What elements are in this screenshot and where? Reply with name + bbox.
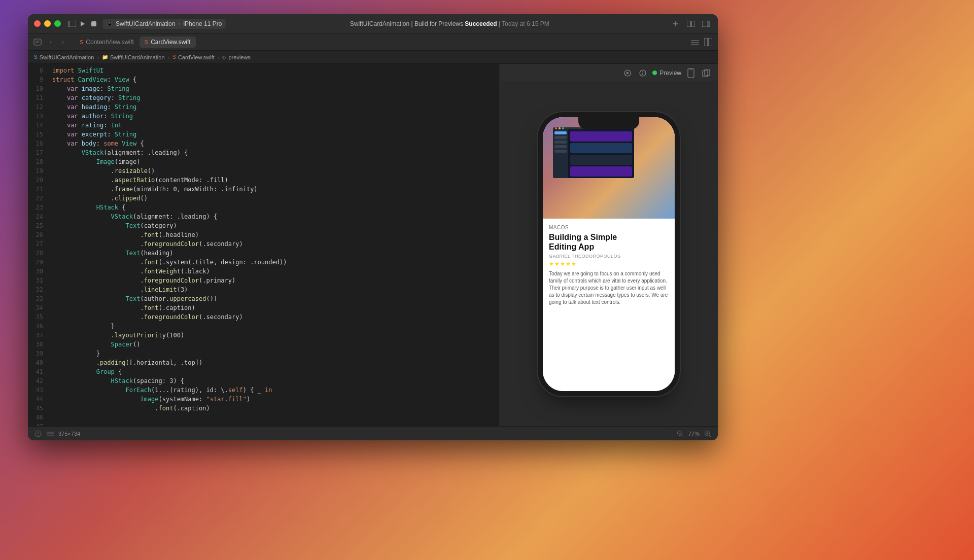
breadcrumb-scope[interactable]: ◇ previews bbox=[222, 54, 250, 60]
split-editor-button[interactable] bbox=[703, 37, 714, 48]
svg-rect-10 bbox=[34, 39, 41, 45]
main-content: 8 9 10 11 12 13 14 15 16 17 18 19 20 21 … bbox=[28, 64, 718, 426]
breadcrumb-sep-2: › bbox=[168, 54, 170, 60]
preview-indicator: Preview bbox=[652, 69, 681, 77]
card-image bbox=[543, 117, 675, 219]
tab-content-view-label: ContentView.swift bbox=[86, 39, 134, 46]
iphone-mockup: macOS Building a SimpleEditing App GABRI… bbox=[543, 117, 675, 391]
titlebar: 📱 SwiftUICardAnimation › iPhone 11 Pro S… bbox=[28, 14, 718, 33]
ls-card bbox=[570, 131, 632, 142]
ls-sidebar-item bbox=[554, 136, 567, 139]
scheme-selector[interactable]: 📱 SwiftUICardAnimation › iPhone 11 Pro bbox=[102, 19, 226, 29]
breadcrumb-file-label: CardView.swift bbox=[178, 54, 215, 60]
editor-icon[interactable] bbox=[32, 37, 43, 48]
ls-sidebar-item bbox=[554, 131, 567, 134]
breadcrumb-sep-1: › bbox=[97, 54, 99, 60]
tab-content-view[interactable]: S ContentView.swift bbox=[75, 37, 139, 48]
svg-line-34 bbox=[681, 435, 683, 437]
traffic-lights bbox=[34, 20, 61, 27]
card-stars: ★ ★ ★ ★ ★ bbox=[549, 261, 669, 267]
card-text-content: macOS Building a SimpleEditing App GABRI… bbox=[543, 219, 675, 391]
ls-sidebar-item bbox=[554, 150, 567, 153]
ls-card bbox=[570, 143, 632, 153]
zoom-level: 77% bbox=[688, 431, 700, 437]
svg-rect-3 bbox=[91, 21, 96, 26]
preview-active-dot bbox=[652, 71, 657, 75]
stop-button[interactable] bbox=[88, 18, 99, 29]
split-view-button[interactable] bbox=[685, 18, 697, 29]
star-2: ★ bbox=[554, 261, 560, 267]
status-bar-right: 77% bbox=[676, 430, 712, 438]
navigation-buttons: ‹ › bbox=[45, 37, 68, 48]
svg-marker-2 bbox=[81, 21, 85, 26]
editor-options-button[interactable] bbox=[689, 37, 701, 48]
close-button[interactable] bbox=[34, 20, 41, 27]
line-numbers: 8 9 10 11 12 13 14 15 16 17 18 19 20 21 … bbox=[28, 66, 48, 424]
iphone-screen: macOS Building a SimpleEditing App GABRI… bbox=[543, 117, 675, 391]
run-button[interactable] bbox=[77, 18, 88, 29]
preview-info-button[interactable] bbox=[637, 67, 648, 79]
svg-rect-6 bbox=[687, 21, 690, 27]
titlebar-right-actions bbox=[670, 18, 712, 29]
sidebar-toggle-button[interactable] bbox=[67, 19, 77, 29]
ls-main-content bbox=[568, 129, 634, 178]
svg-rect-16 bbox=[704, 38, 708, 46]
breadcrumb-scope-label: previews bbox=[228, 54, 250, 60]
warning-icon[interactable] bbox=[34, 430, 42, 438]
code-lines: import SwiftUI struct CardView: View { v… bbox=[48, 66, 499, 424]
card-title: Building a SimpleEditing App bbox=[549, 232, 669, 252]
svg-rect-9 bbox=[707, 21, 710, 27]
tab-bar: S ContentView.swift S CardView.swift bbox=[75, 37, 683, 48]
layout-button[interactable] bbox=[701, 18, 712, 29]
scheme-name: SwiftUICardAnimation bbox=[116, 20, 175, 27]
status-time: | Today at 6:15 PM bbox=[497, 20, 549, 27]
code-content: 8 9 10 11 12 13 14 15 16 17 18 19 20 21 … bbox=[28, 64, 499, 426]
svg-rect-1 bbox=[68, 21, 70, 27]
ls-sidebar bbox=[553, 129, 568, 178]
toolbar: ‹ › S ContentView.swift S CardView.swift bbox=[28, 33, 718, 51]
breadcrumb-project[interactable]: S SwiftUICardAnimation bbox=[34, 54, 94, 60]
tab-card-view-label: CardView.swift bbox=[151, 39, 190, 46]
add-button[interactable] bbox=[670, 18, 681, 29]
breadcrumb-folder[interactable]: 📁 SwiftUICardAnimation bbox=[102, 54, 165, 60]
back-button[interactable]: ‹ bbox=[45, 37, 56, 48]
breadcrumb-folder-label: SwiftUICardAnimation bbox=[110, 54, 165, 60]
preview-device-button[interactable] bbox=[685, 67, 697, 79]
svg-rect-7 bbox=[691, 21, 695, 27]
preview-toolbar: Preview bbox=[500, 64, 718, 82]
card-author: GABRIEL THEODOROPOULOS bbox=[549, 254, 669, 259]
laptop-screen-content bbox=[553, 129, 634, 178]
zoom-in-icon[interactable] bbox=[704, 430, 712, 438]
star-3: ★ bbox=[560, 261, 565, 267]
preview-label: Preview bbox=[659, 69, 681, 77]
minimize-button[interactable] bbox=[44, 20, 51, 27]
code-editor[interactable]: 8 9 10 11 12 13 14 15 16 17 18 19 20 21 … bbox=[28, 64, 500, 426]
card-category: macOS bbox=[549, 225, 669, 230]
status-project: SwiftUICardAnimation | Build for Preview… bbox=[350, 20, 465, 27]
breadcrumb-bar: S SwiftUICardAnimation › 📁 SwiftUICardAn… bbox=[28, 51, 718, 64]
svg-rect-23 bbox=[688, 68, 694, 78]
preview-duplicate-button[interactable] bbox=[701, 67, 712, 79]
breadcrumb-file[interactable]: S CardView.swift bbox=[172, 54, 215, 60]
fullscreen-button[interactable] bbox=[54, 20, 61, 27]
laptop-illustration bbox=[543, 117, 675, 219]
svg-marker-19 bbox=[627, 72, 629, 75]
svg-point-22 bbox=[643, 71, 644, 72]
star-1: ★ bbox=[549, 261, 554, 267]
card-excerpt: Today we are going to focus on a commonl… bbox=[549, 270, 669, 306]
ls-sidebar-item bbox=[554, 145, 567, 148]
swift-file-icon-2: S bbox=[145, 39, 148, 45]
toolbar-right bbox=[689, 37, 714, 48]
status-bar: 375×734 77% bbox=[28, 426, 718, 440]
preview-content: macOS Building a SimpleEditing App GABRI… bbox=[500, 82, 718, 426]
preview-play-button[interactable] bbox=[622, 67, 633, 79]
laptop-screen bbox=[553, 127, 634, 178]
forward-button[interactable]: › bbox=[57, 37, 68, 48]
iphone-notch bbox=[578, 117, 639, 129]
swift-file-icon: S bbox=[80, 39, 83, 45]
status-bar-left: 375×734 bbox=[34, 430, 80, 438]
zoom-out-icon[interactable] bbox=[676, 430, 684, 438]
xcode-window: 📱 SwiftUICardAnimation › iPhone 11 Pro S… bbox=[28, 14, 718, 440]
lines-icon[interactable] bbox=[46, 430, 54, 438]
tab-card-view[interactable]: S CardView.swift bbox=[140, 37, 196, 48]
